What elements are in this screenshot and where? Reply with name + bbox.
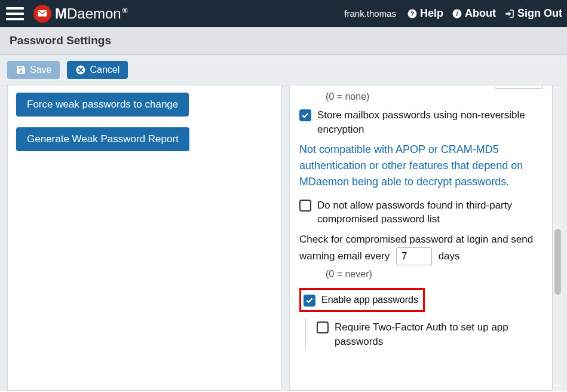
require-2fa-checkbox[interactable] [317,321,329,333]
generate-weak-report-button[interactable]: Generate Weak Password Report [16,127,189,151]
topbar-right: frank.thomas ? Help i About Sign Out [344,7,562,20]
main: Force weak passwords to change Generate … [0,85,567,391]
right-panel-wrap: (0 = none) Store mailbox passwords using… [289,85,562,391]
check-icon [301,111,309,120]
store-nonreversible-checkbox[interactable] [299,109,311,121]
check-icon [305,296,314,305]
username-label: frank.thomas [344,8,396,19]
topbar: MDaemon® frank.thomas ? Help i About Sig… [0,0,567,27]
save-icon [16,65,26,75]
logo[interactable]: MDaemon® [33,5,128,23]
check-interval-suffix: days [439,250,460,262]
enable-app-passwords-label: Enable app passwords [321,295,418,305]
app-passwords-subgroup: Require Two-Factor Auth to set up app pa… [305,318,543,349]
enable-app-passwords-checkbox[interactable] [304,295,315,307]
left-panel: Force weak passwords to change Generate … [7,85,282,391]
help-link[interactable]: ? Help [407,7,443,20]
incompatible-note: Not compatible with APOP or CRAM-MD5 aut… [299,142,543,190]
svg-text:?: ? [410,10,414,17]
no-compromised-checkbox[interactable] [299,200,311,212]
never-hint: (0 = never) [326,269,543,280]
scrollbar-thumb[interactable] [554,229,561,295]
mail-icon [33,5,51,23]
signout-icon [504,8,515,19]
info-icon: i [452,8,462,19]
save-button[interactable]: Save [7,61,60,79]
no-compromised-row: Do not allow passwords found in third-pa… [299,198,543,227]
check-interval-row: Check for compromised password at login … [299,231,543,265]
cancel-icon [75,65,86,75]
enable-app-passwords-highlight: Enable app passwords [299,288,425,312]
signout-link[interactable]: Sign Out [504,7,562,20]
cropped-input-stub [495,85,543,89]
check-interval-input[interactable] [396,247,432,265]
require-2fa-row: Require Two-Factor Auth to set up app pa… [317,320,543,349]
right-scrollbar[interactable] [553,85,562,391]
help-icon: ? [407,8,418,19]
store-nonreversible-label: Store mailbox passwords using non-revers… [317,108,543,137]
page-title: Password Settings [0,27,567,55]
logo-text: MDaemon® [55,5,128,22]
require-2fa-label: Require Two-Factor Auth to set up app pa… [335,320,543,349]
store-nonreversible-row: Store mailbox passwords using non-revers… [299,108,543,137]
no-compromised-label: Do not allow passwords found in third-pa… [317,198,543,227]
right-panel: (0 = none) Store mailbox passwords using… [289,85,553,391]
cancel-button[interactable]: Cancel [67,61,128,79]
menu-icon[interactable] [6,7,24,20]
force-weak-change-button[interactable]: Force weak passwords to change [16,93,189,117]
toolbar: Save Cancel [0,55,567,85]
about-link[interactable]: i About [452,7,496,20]
none-hint: (0 = none) [326,91,543,102]
